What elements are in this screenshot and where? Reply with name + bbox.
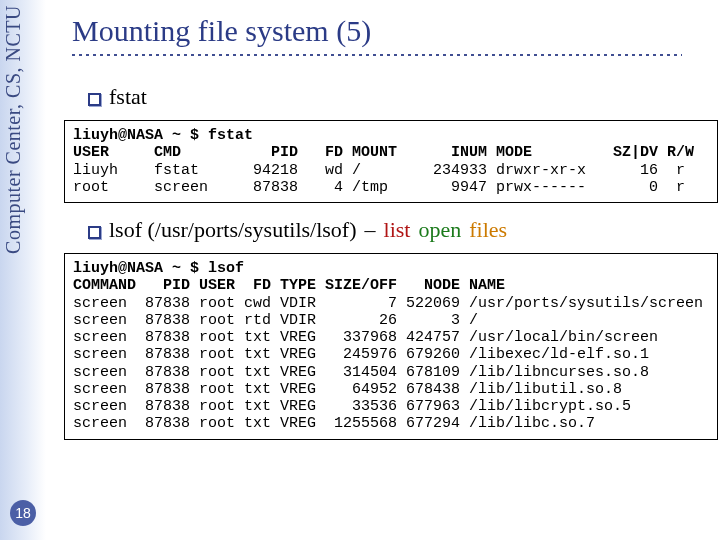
lsof-output: liuyh@NASA ~ $ lsof COMMAND PID USER FD … [64,253,718,440]
bullet-icon [88,93,101,106]
dash: – [365,217,376,243]
lsof-open-word: open [418,217,461,243]
page-number: 18 [10,500,36,526]
lsof-row: screen 87838 root txt VREG 64952 678438 … [73,381,622,398]
lsof-header: COMMAND PID USER FD TYPE SIZE/OFF NODE N… [73,277,505,294]
lsof-row: screen 87838 root txt VREG 245976 679260… [73,346,649,363]
lsof-row: screen 87838 root txt VREG 337968 424757… [73,329,658,346]
lsof-list-word: list [384,217,411,243]
sidebar-text: Computer Center, CS, NCTU [2,5,25,254]
bullet-lsof: lsof (/usr/ports/sysutils/lsof) – list o… [88,217,704,243]
lsof-files-word: files [469,217,507,243]
lsof-row: screen 87838 root txt VREG 314504 678109… [73,364,649,381]
bullet-icon [88,226,101,239]
lsof-row: screen 87838 root txt VREG 33536 677963 … [73,398,631,415]
lsof-prompt: liuyh@NASA ~ $ lsof [73,260,244,277]
fstat-row: root screen 87838 4 /tmp 9947 prwx------… [73,179,685,196]
bullet-fstat-text: fstat [109,84,147,110]
fstat-header: USER CMD PID FD MOUNT INUM MODE SZ|DV R/… [73,144,694,161]
bullet-lsof-prefix: lsof (/usr/ports/sysutils/lsof) [109,217,357,243]
title-underline [72,54,682,56]
lsof-row: screen 87838 root cwd VDIR 7 522069 /usr… [73,295,703,312]
lsof-row: screen 87838 root txt VREG 1255568 67729… [73,415,595,432]
fstat-row: liuyh fstat 94218 wd / 234933 drwxr-xr-x… [73,162,685,179]
slide-content: Mounting file system (5) fstat liuyh@NAS… [50,0,716,454]
page-title: Mounting file system (5) [72,14,704,48]
fstat-prompt: liuyh@NASA ~ $ fstat [73,127,253,144]
fstat-output: liuyh@NASA ~ $ fstat USER CMD PID FD MOU… [64,120,718,203]
lsof-row: screen 87838 root rtd VDIR 26 3 / [73,312,478,329]
bullet-fstat: fstat [88,84,704,110]
